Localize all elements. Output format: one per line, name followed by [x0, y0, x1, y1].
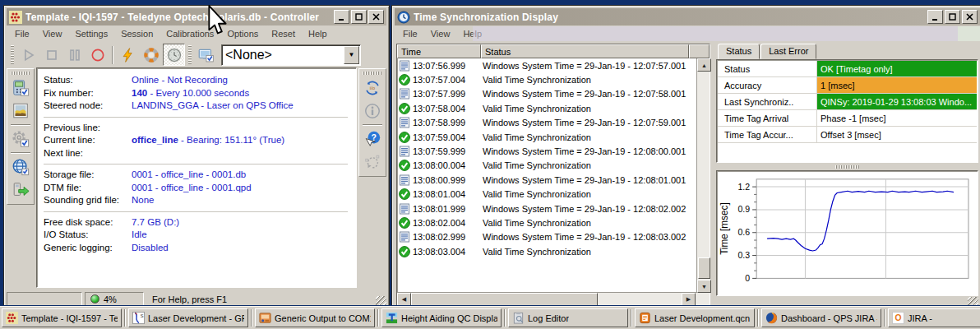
log-time: 13:08:02.999	[413, 232, 474, 242]
taskbar-item-label: Template - IQI-1597 - Te...	[21, 313, 118, 323]
tab-last-error[interactable]: Last Error	[760, 44, 816, 59]
menu-session[interactable]: Session	[114, 27, 159, 40]
life-ring-button[interactable]	[140, 44, 162, 66]
menu-file[interactable]: File	[396, 27, 424, 40]
io-sync-button[interactable]: i/o	[362, 77, 383, 99]
lightning-button[interactable]	[117, 44, 139, 66]
status-row-label: Time Tag Accur...	[718, 127, 817, 142]
taskbar-separator	[377, 309, 379, 327]
chevron-down-icon[interactable]: ▼	[344, 46, 359, 64]
menu-options[interactable]: Options	[220, 27, 265, 40]
log-row[interactable]: 13:07:59.999Windows System Time = 29-Jan…	[397, 144, 697, 158]
close-button[interactable]	[962, 10, 978, 24]
log-row[interactable]: 13:08:01.999Windows System Time = 29-Jan…	[397, 202, 697, 215]
log-row[interactable]: 13:08:00.004Valid Time Synchronization	[397, 159, 697, 173]
profile-selector[interactable]: <None> ▼	[221, 44, 361, 66]
log-row[interactable]: 13:07:57.004Valid Time Synchronization	[397, 72, 697, 86]
menu-file[interactable]: File	[8, 27, 36, 40]
export-arrow-icon	[12, 181, 30, 199]
valid-sync-icon	[399, 74, 410, 86]
lightning-icon	[120, 47, 136, 63]
log-row[interactable]: 13:07:58.999Windows System Time = 29-Jan…	[397, 116, 697, 130]
menu-settings[interactable]: Settings	[68, 27, 114, 40]
export-arrow-button[interactable]	[10, 179, 31, 201]
record-icon	[90, 47, 106, 63]
menu-reset[interactable]: Reset	[265, 27, 302, 40]
taskbar-item-generic-output[interactable]: Generic Output to COM1...	[255, 308, 375, 327]
menu-view[interactable]: View	[424, 27, 457, 40]
height-aiding-icon	[386, 312, 398, 324]
pause-button[interactable]	[63, 44, 86, 66]
play-icon	[21, 47, 37, 63]
column-header-status[interactable]: Status	[481, 44, 689, 58]
taskbar-item-qcn-file[interactable]: Laser Development.qcn -...	[635, 308, 755, 327]
maximize-button[interactable]	[945, 10, 960, 24]
io-sync-icon: i/o	[363, 79, 381, 97]
close-button[interactable]	[368, 10, 384, 24]
globe-check-button[interactable]	[10, 156, 31, 178]
scrollbar-thumb[interactable]	[698, 257, 710, 279]
rail-grip[interactable]	[363, 72, 382, 75]
session-info-panel: Status:Online - Not RecordingFix number:…	[36, 67, 357, 288]
record-button[interactable]	[86, 44, 109, 66]
menu-help[interactable]: Help	[302, 27, 334, 40]
vertical-scrollbar[interactable]: ▲ ▼	[696, 58, 710, 293]
log-time: 13:08:00.004	[413, 160, 474, 170]
scroll-up-icon[interactable]: ▲	[697, 58, 711, 72]
log-row[interactable]: 13:08:02.004Valid Time Synchronization	[397, 215, 697, 229]
log-row[interactable]: 13:07:58.004Valid Time Synchronization	[397, 101, 697, 115]
taskbar-item-jira[interactable]: OJIRA -	[888, 308, 980, 327]
minimize-button[interactable]	[334, 10, 349, 24]
scroll-left-icon[interactable]: ◀	[397, 293, 411, 306]
horizontal-scrollbar[interactable]: ◀ ▶	[397, 292, 710, 305]
scroll-down-icon[interactable]: ▼	[697, 280, 711, 293]
controller-titlebar[interactable]: Template - IQI-1597 - Teledyne Optech Po…	[7, 8, 386, 25]
menu-view[interactable]: View	[36, 27, 69, 40]
column-header-time[interactable]: Time	[397, 44, 481, 58]
log-row[interactable]: 13:07:56.999Windows System Time = 29-Jan…	[397, 58, 697, 72]
stop-button[interactable]	[40, 44, 62, 66]
taskbar-item-qinsy-grid[interactable]: Template - IQI-1597 - Te...	[2, 308, 122, 327]
toolbar-grip[interactable]	[188, 45, 192, 65]
menu-help[interactable]: Help	[456, 27, 488, 40]
taskbar-item-height-aiding[interactable]: Height Aiding QC Display...	[381, 308, 502, 327]
log-row[interactable]: 13:07:57.999Windows System Time = 29-Jan…	[397, 87, 697, 101]
info-button[interactable]	[362, 100, 383, 122]
context-help-button[interactable]: ?	[362, 128, 383, 150]
pane-splitter[interactable]	[716, 163, 978, 170]
maximize-button[interactable]	[351, 10, 367, 24]
controller-window: Template - IQI-1597 - Teledyne Optech Po…	[3, 5, 390, 311]
profile-view-button[interactable]	[10, 100, 31, 122]
info-label: DTM file:	[44, 182, 132, 195]
scroll-right-icon[interactable]: ▶	[682, 293, 696, 306]
taskbar-separator	[504, 309, 506, 327]
svg-text:S: S	[141, 313, 144, 318]
tab-status[interactable]: Status	[718, 44, 760, 59]
taskbar-item-survey-line[interactable]: SLaser Development - GP...	[128, 308, 248, 327]
log-row[interactable]: 13:08:03.004Valid Time Synchronization	[397, 244, 697, 258]
rail-separator	[11, 124, 30, 126]
minimize-button[interactable]	[927, 10, 943, 24]
timesync-titlebar[interactable]: Time Synchronization Display	[395, 8, 980, 25]
toolbar-grip[interactable]	[11, 45, 14, 65]
scrollbar-thumb[interactable]	[411, 293, 598, 306]
log-row[interactable]: 13:08:01.004Valid Time Synchronization	[397, 188, 697, 202]
taskbar-item-label: Laser Development.qcn -...	[654, 313, 751, 323]
info-row: Sounding grid file:None	[44, 194, 356, 207]
pause-icon	[67, 47, 83, 63]
taskbar-item-log-editor[interactable]: Log Editor	[508, 308, 628, 327]
play-button[interactable]	[17, 44, 39, 66]
replay-button[interactable]	[362, 151, 383, 173]
svg-text:O: O	[894, 313, 901, 322]
monitor-check-button[interactable]	[195, 44, 217, 66]
log-row[interactable]: 13:07:59.004Valid Time Synchronization	[397, 130, 697, 144]
rail-grip[interactable]	[11, 72, 30, 75]
taskbar-item-firefox[interactable]: Dashboard - QPS JIRA - ...	[761, 308, 881, 327]
device-check-button[interactable]	[10, 77, 31, 99]
taskbar-item-label: Generic Output to COM1...	[275, 313, 371, 323]
log-row[interactable]: 13:08:02.999Windows System Time = 29-Jan…	[397, 230, 697, 244]
gear-check-button[interactable]	[10, 128, 31, 150]
log-row[interactable]: 13:08:00.999Windows System Time = 29-Jan…	[397, 173, 697, 187]
info-value: 140 - Every 10.000 seconds	[132, 87, 249, 100]
clock-button[interactable]	[163, 44, 185, 66]
